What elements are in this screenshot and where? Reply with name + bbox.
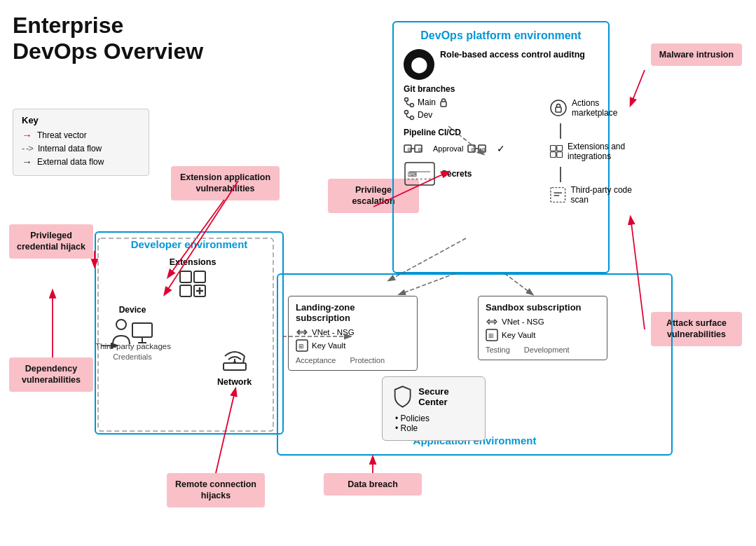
github-logo: ⬤: [404, 49, 434, 80]
rbac-block: ⬤ Role-based access control auditng: [404, 49, 598, 80]
svg-point-18: [411, 116, 414, 120]
sandbox-keyvault: ⊞ Key Vault: [486, 329, 600, 341]
svg-rect-34: [556, 107, 561, 112]
svg-line-13: [243, 356, 245, 363]
threat-malware: Malware intrusion: [651, 43, 742, 66]
developer-environment-box: Developer environment Extensions: [95, 231, 284, 435]
extensions-integrations-label: Extensions and integrations: [568, 142, 647, 161]
shield-icon: [392, 384, 413, 409]
key-external: → External data flow: [22, 156, 140, 168]
landing-keyvault-label: Key Vault: [312, 341, 345, 350]
svg-point-14: [405, 98, 408, 102]
svg-rect-7: [132, 323, 152, 337]
svg-text:⚙: ⚙: [407, 147, 411, 152]
third-party-scan-label: Third-party code scan: [571, 185, 647, 205]
third-party-scan-item: Third-party code scan: [549, 185, 647, 205]
svg-rect-0: [180, 271, 191, 282]
branch-icon-dev: [404, 109, 415, 121]
testing-label: Testing: [486, 346, 510, 354]
secure-center-box: Secure Center • Policies • Role: [382, 376, 486, 441]
sandbox-keyvault-icon: ⊞: [486, 329, 498, 341]
network-label: Network: [217, 377, 252, 387]
extensions2-icon: [549, 142, 563, 161]
key-legend: Key → Threat vector - -> Internal data f…: [13, 109, 149, 176]
svg-rect-36: [557, 145, 563, 151]
scan-icon: [549, 186, 567, 204]
secrets-label: Secrets: [441, 169, 472, 179]
sandbox-vnet-icon: [486, 317, 498, 327]
svg-rect-39: [551, 188, 565, 203]
protection-label: Protection: [350, 356, 385, 364]
extensions-integrations-item: Extensions and integrations: [549, 142, 647, 161]
secure-role: • Role: [395, 423, 475, 433]
svg-point-15: [411, 104, 414, 107]
developer-env-label: Developer environment: [104, 238, 274, 250]
vnet-icon: [296, 327, 308, 337]
svg-point-12: [233, 361, 236, 364]
development-label: Development: [524, 346, 570, 354]
secrets-icon: ⌨ × × × × × ×: [404, 161, 436, 186]
svg-text:⊞: ⊞: [488, 332, 494, 339]
svg-rect-35: [551, 145, 556, 151]
network-block: Network: [217, 343, 252, 387]
key-threat: → Threat vector: [22, 129, 140, 141]
key-internal: - -> Internal data flow: [22, 143, 140, 153]
extensions-icon: [179, 270, 207, 298]
threat-remote-connection: Remote connection hijacks: [167, 473, 265, 507]
page-title: Enterprise DevOps Overview: [13, 13, 203, 64]
landing-zone-title: Landing-zone subscription: [296, 302, 410, 323]
sandbox-vnet: VNet - NSG: [486, 317, 600, 327]
svg-text:⊞: ⊞: [298, 343, 304, 350]
landing-vnet: VNet - NSG: [296, 327, 410, 337]
actions-marketplace-item: Actions marketplace: [549, 98, 647, 118]
branch-icon-main: [404, 97, 415, 108]
landing-zone-box: Landing-zone subscription VNet - NSG ⊞ K…: [288, 296, 418, 371]
devops-platform-label: DevOps platform environment: [404, 29, 598, 42]
sandbox-box: Sandbox subscription VNet - NSG ⊞ Key Va…: [478, 296, 607, 360]
svg-rect-10: [224, 363, 246, 370]
pipeline-stage-1: ⚙ ⚙: [404, 142, 429, 156]
svg-text:⚙: ⚙: [471, 147, 475, 152]
branch-main-label: Main: [418, 97, 436, 107]
svg-rect-1: [194, 271, 205, 282]
svg-rect-2: [180, 285, 191, 296]
device-label: Device: [111, 305, 153, 315]
svg-text:⚙: ⚙: [418, 147, 422, 152]
landing-keyvault: ⊞ Key Vault: [296, 339, 410, 352]
lock-icon: [439, 97, 448, 107]
landing-labels: Acceptance Protection: [296, 356, 410, 364]
svg-point-33: [551, 100, 566, 116]
svg-rect-37: [551, 152, 556, 158]
third-party-packages: Third-party packages: [95, 342, 171, 350]
svg-point-6: [116, 320, 126, 329]
landing-vnet-label: VNet - NSG: [312, 328, 355, 336]
approval-label: Approval: [433, 144, 463, 153]
svg-text:× × × × × ×: × × × × × ×: [407, 177, 431, 182]
svg-rect-38: [557, 152, 563, 158]
threat-dependency: Dependency vulnerabilities: [9, 357, 93, 392]
acceptance-label: Acceptance: [296, 356, 336, 364]
right-panel: Actions marketplace Extensions and integ…: [549, 98, 647, 210]
check-mark: ✓: [497, 143, 505, 154]
sandbox-keyvault-label: Key Vault: [502, 331, 535, 339]
keyvault-icon: ⊞: [296, 339, 308, 352]
sandbox-vnet-label: VNet - NSG: [502, 318, 544, 326]
key-title: Key: [22, 115, 140, 125]
extensions-label: Extensions: [111, 257, 274, 267]
actions-marketplace-label: Actions marketplace: [572, 98, 647, 118]
secure-policies: • Policies: [395, 414, 475, 423]
secure-center-title: Secure Center: [418, 386, 475, 407]
network-icon: [218, 343, 252, 374]
git-branches-label: Git branches: [404, 84, 598, 94]
application-environment-box: Application environment Landing-zone sub…: [277, 273, 673, 456]
svg-text:⚙: ⚙: [481, 147, 486, 152]
rbac-text: Role-based access control auditng: [440, 49, 585, 60]
svg-point-17: [405, 111, 408, 114]
credentials-label: Credentials: [111, 353, 153, 361]
sandbox-title: Sandbox subscription: [486, 302, 600, 313]
threat-privileged-credential: Privileged credential hijack: [9, 224, 93, 259]
pipeline-stage-2: ⚙ ⚙: [467, 142, 493, 156]
diagram-container: { "title": {"line1": "Enterprise", "line…: [0, 0, 756, 546]
lock2-icon: [549, 99, 568, 117]
threat-data-breach: Data breach: [324, 473, 422, 496]
